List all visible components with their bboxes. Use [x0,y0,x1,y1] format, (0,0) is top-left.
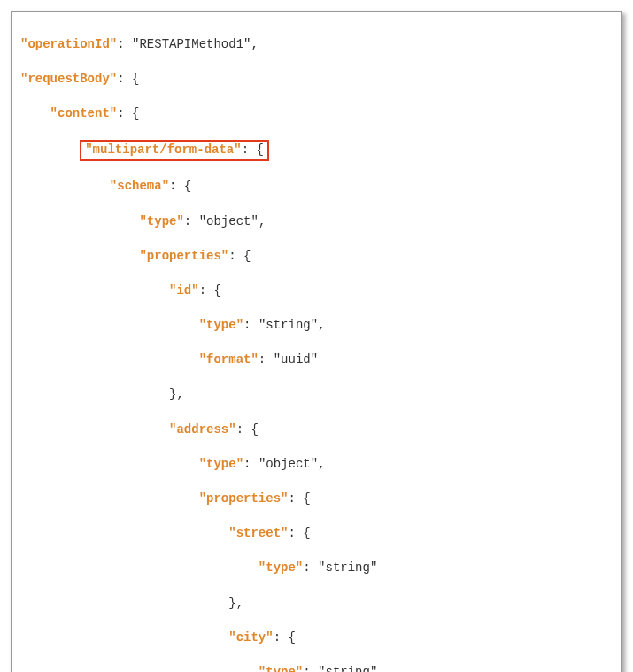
json-key: "type" [199,318,243,332]
code-line: "requestBody": { [20,71,613,89]
json-key: "properties" [139,249,228,263]
json-key: "city" [228,630,273,645]
code-line: "content": { [20,105,613,123]
json-key: "address" [169,422,236,436]
json-value: "object" [199,214,259,228]
json-key: "street" [228,526,288,540]
json-key: "format" [199,352,259,367]
code-line: "format": "uuid" [20,351,613,369]
json-key: "type" [259,560,303,575]
code-line: "operationId": "RESTAPIMethod1", [20,36,613,54]
json-key: "properties" [199,491,289,506]
code-line: "address": { [20,421,613,439]
code-line: "id": { [20,282,613,300]
code-line: "street": { [20,525,613,543]
json-key: "type" [199,457,243,471]
code-line: "type": "string" [20,664,613,672]
code-line: "properties": { [20,490,613,508]
json-key: "multipart/form-data" [85,143,241,157]
code-line: }, [20,595,613,613]
json-key: "type" [139,214,183,228]
json-key: "type" [259,665,303,672]
json-value: "uuid" [274,352,318,367]
json-value: "string" [259,318,318,332]
code-line: "type": "object", [20,456,613,474]
code-line: "type": "string", [20,317,613,335]
json-key: "id" [169,283,199,297]
json-value: "RESTAPIMethod1" [132,37,251,51]
code-line: }, [20,386,613,404]
code-line: "schema": { [20,178,613,196]
json-value: "string" [318,665,377,672]
json-value: "string" [318,560,377,575]
code-block: "operationId": "RESTAPIMethod1", "reques… [11,11,622,672]
json-key: "schema" [110,179,169,193]
code-line: "multipart/form-data": { [20,140,613,161]
code-line: "city": { [20,630,613,647]
json-key: "requestBody" [20,72,117,86]
code-line: "type": "object", [20,213,613,231]
json-key: "content" [50,106,118,120]
code-line: "type": "string" [20,560,613,577]
json-key: "operationId" [20,37,117,51]
code-line: "properties": { [20,248,613,266]
highlight-box-multipart: "multipart/form-data": { [80,140,269,161]
json-value: "object" [259,457,318,471]
